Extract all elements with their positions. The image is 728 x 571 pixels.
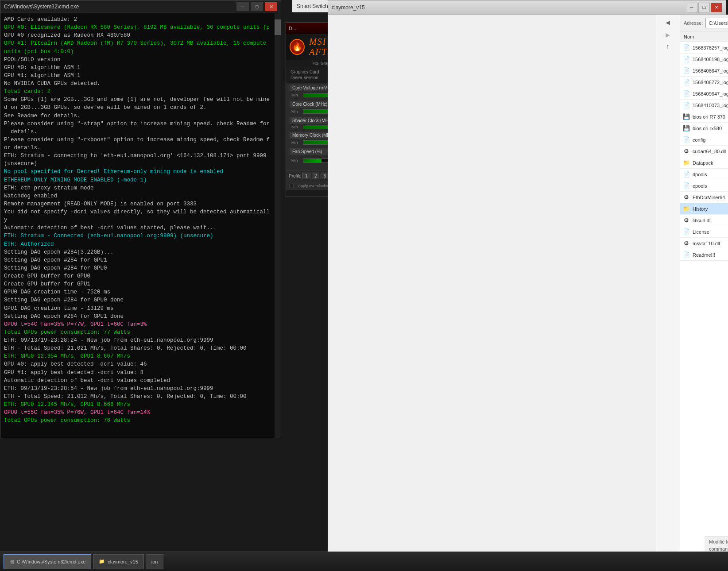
- file-icon: 📄: [682, 251, 691, 259]
- cmd-minimize-button[interactable]: ─: [236, 2, 249, 11]
- table-row[interactable]: 📁Datapack07/08/2019 12:19: [680, 157, 728, 169]
- table-row[interactable]: 📄1568408647_log13/09/2019 22:59: [680, 65, 728, 77]
- file-name: config: [691, 137, 728, 143]
- cmd-line: Automatic detection of best -dcri values…: [4, 224, 277, 232]
- cmd-line: GPU #1: algorithm ASM 1: [4, 72, 277, 80]
- cmd-line: Total GPUs power consumption: 77 Watts: [4, 328, 277, 336]
- table-row[interactable]: 📄1568410073_log13/09/2019 23:25: [680, 100, 728, 111]
- cmd-line: Setting DAG epoch #284 for GPU0: [4, 264, 277, 272]
- fm-col-name-header: Nom: [680, 34, 728, 39]
- fm-main-content: Adresse: → Nom Modifié le 📄1568378257_lo…: [680, 15, 728, 571]
- ab-slider-4-min: Min: [291, 158, 301, 163]
- cmd-line: GPU #0: Ellesmere (Radeon RX 580 Series)…: [4, 23, 277, 31]
- cmd-line: GPU #1: apply best detected -dcri value:…: [4, 369, 277, 377]
- table-row[interactable]: 📄1568378257_log13/09/2019 14:11: [680, 42, 728, 54]
- cmd-window: C:\Windows\System32\cmd.exe ─ □ ✕ AMD Ca…: [0, 0, 281, 438]
- cmd-title: C:\Windows\System32\cmd.exe: [4, 4, 79, 10]
- fm-minimize-button[interactable]: ─: [686, 3, 697, 12]
- file-icon: 💾: [682, 124, 691, 133]
- cmd-line: Setting DAG epoch #284 for GPU1 done: [4, 313, 277, 320]
- table-row[interactable]: ⚙cudart64_80.dll08/05/2016 18:57: [680, 146, 728, 157]
- ab-slider-0-min: Min: [291, 93, 301, 97]
- cmd-line: Setting DAG epoch #284 for GPU1: [4, 256, 277, 264]
- fm-toolbar: Adresse: →: [680, 15, 728, 31]
- cmd-content: AMD Cards available: 2GPU #0: Ellesmere …: [0, 13, 281, 438]
- taskbar-claymore-label: claymore_v15: [108, 559, 138, 564]
- cmd-line: ETH: Authorized: [4, 240, 277, 248]
- cmd-line: GPU #0: apply best detected -dcri value:…: [4, 360, 277, 368]
- table-row[interactable]: ⚙msvcr110.dll05/11/2012 22:26: [680, 238, 728, 249]
- file-icon: 📁: [682, 158, 691, 167]
- cmd-window-controls: ─ □ ✕: [236, 2, 277, 11]
- fm-modified-label: Modifié le :: [709, 539, 728, 544]
- table-row[interactable]: 📁History25/08/2013 13:24: [680, 203, 728, 215]
- cmd-line: d on 2GB...3GB GPUs, so devfee will be m…: [4, 104, 277, 112]
- fm-sidebar-forward[interactable]: ▶: [666, 31, 670, 39]
- fm-address-bar[interactable]: [705, 18, 728, 28]
- file-icon: 📄: [682, 170, 691, 179]
- file-icon: ⚙: [682, 216, 691, 225]
- table-row[interactable]: 📄License27/04/2019 22:57: [680, 226, 728, 238]
- taskbar-claymore-button[interactable]: 📁 claymore_v15: [93, 554, 143, 569]
- file-name: 1568408647_log: [691, 68, 728, 73]
- cmd-line: ETH: GPU0 12.345 Mh/s, GPU1 8.666 Mh/s: [4, 401, 277, 409]
- smart-switch-title: Smart Switch: [297, 3, 328, 9]
- file-name: License: [691, 229, 728, 235]
- table-row[interactable]: 📄1568408198_log13/09/2019 14:40: [680, 54, 728, 65]
- file-icon: 📄: [682, 43, 691, 52]
- ab-slider-2-min: Min: [291, 125, 301, 129]
- ab-slider-1-min: Min: [291, 109, 301, 114]
- cmd-close-button[interactable]: ✕: [265, 2, 277, 11]
- ab-profile-1[interactable]: 1: [302, 173, 310, 179]
- cmd-line: details.: [4, 128, 277, 136]
- table-row[interactable]: 📄1568409647_log13/09/2019 23:06: [680, 88, 728, 100]
- file-icon: ⚙: [682, 193, 691, 202]
- fm-file-area: ◀ ▶ ↑ Adresse: → Nom Modifié le 📄1568378…: [656, 15, 728, 571]
- table-row[interactable]: 💾bios ori rx58012/09/2019 14:19: [680, 123, 728, 134]
- cmd-line: GPU0 t=55C fan=35% P=76W, GPU1 t=64C fan…: [4, 409, 277, 417]
- fm-window-controls: ─ □ ✕: [686, 3, 722, 12]
- file-icon: ⚙: [682, 239, 691, 248]
- file-icon: 📄: [682, 228, 691, 236]
- ab-slider-3-min: Min: [291, 140, 301, 145]
- cmd-line: See Readme for details.: [4, 112, 277, 120]
- ab-profile-2[interactable]: 2: [312, 173, 320, 179]
- file-name: 1568408198_log: [691, 57, 728, 62]
- fm-sidebar-up[interactable]: ↑: [666, 43, 670, 51]
- table-row[interactable]: ⚙EthDcrMiner6425/08/2019 13:29: [680, 192, 728, 203]
- table-row[interactable]: 📄dpools23/04/2017 16:15: [680, 169, 728, 180]
- cmd-line: Remote management (READ-ONLY MODE) is en…: [4, 200, 277, 208]
- ab-profile-label: Profile: [289, 174, 301, 178]
- taskbar-ion-label: ion: [151, 559, 158, 564]
- fm-maximize-button[interactable]: □: [698, 3, 710, 12]
- fm-window-title: claymore_v15: [332, 4, 365, 11]
- afterburner-title: D...: [289, 26, 296, 31]
- cmd-scrollbar-thumb[interactable]: [275, 19, 281, 35]
- ab-startup-checkbox[interactable]: [290, 184, 294, 188]
- cmd-line: GPU #1: Pitcairn (AMD Radeon (TM) R7 370…: [4, 39, 277, 47]
- ab-driver-label: Driver Version: [290, 75, 330, 80]
- table-row[interactable]: 📄1568408772_log13/09/2019 23:05: [680, 77, 728, 88]
- taskbar-cmd-label: C:\Windows\System32\cmd.exe: [17, 559, 85, 564]
- fm-sidebar-back[interactable]: ◀: [666, 18, 670, 27]
- taskbar-claymore-icon: 📁: [99, 559, 105, 564]
- cmd-line: AMD Cards available: 2: [4, 15, 277, 23]
- cmd-line: ETHEREUM-ONLY MINING MODE ENABLED (-mode…: [4, 176, 277, 184]
- file-name: epools: [691, 183, 728, 189]
- cmd-scrollbar[interactable]: [275, 13, 281, 438]
- fm-command-type: commande Windows: [709, 546, 728, 552]
- table-row[interactable]: 📄config25/08/2019 13:34: [680, 134, 728, 146]
- taskbar-cmd-button[interactable]: 🖥 C:\Windows\System32\cmd.exe: [4, 554, 91, 569]
- taskbar: 🖥 C:\Windows\System32\cmd.exe 📁 claymore…: [0, 552, 728, 571]
- table-row[interactable]: 📄Readme!!!17/06/2019 14:17: [680, 249, 728, 261]
- cmd-maximize-button[interactable]: □: [251, 2, 263, 11]
- cmd-line: (unsecure): [4, 160, 277, 168]
- table-row[interactable]: 💾bios ori R7 37012/09/2019 14:20: [680, 111, 728, 123]
- table-row[interactable]: 📄epools30/08/2017 22:42: [680, 180, 728, 192]
- cmd-line: GPU0 t=54C fan=35% P=77W, GPU1 t=60C fan…: [4, 320, 277, 328]
- taskbar-ion-button[interactable]: ion: [146, 554, 164, 569]
- fm-close-button[interactable]: ✕: [711, 3, 722, 12]
- file-name: dpools: [691, 172, 728, 177]
- table-row[interactable]: ⚙libcurl.dll08/04/2014 20:55: [680, 215, 728, 226]
- cmd-line: No NVIDIA CUDA GPUs detected.: [4, 80, 277, 88]
